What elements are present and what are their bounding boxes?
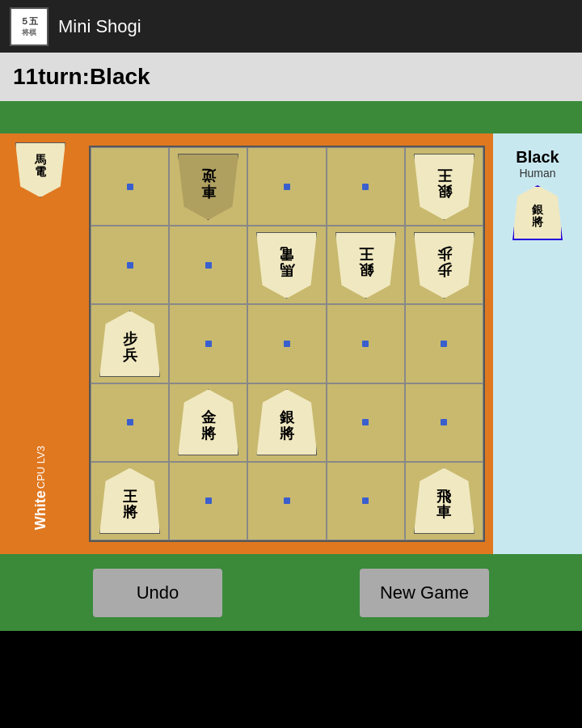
- piece-shape-2-0: 步兵: [99, 311, 160, 377]
- board-container: 車逆 銀王: [81, 133, 493, 554]
- cell-3-2[interactable]: 銀將: [247, 383, 326, 462]
- white-captured-area: 馬電 White CPU LV3: [0, 133, 81, 554]
- undo-button[interactable]: Undo: [93, 569, 222, 617]
- cell-1-0[interactable]: [91, 226, 169, 304]
- turn-label: 11turn:Black: [13, 64, 150, 90]
- black-captured-piece[interactable]: 銀將: [512, 184, 564, 241]
- black-captured-piece-shape: 銀將: [512, 185, 563, 240]
- cell-1-2[interactable]: 馬電: [247, 226, 326, 304]
- cell-dot-0-3: [362, 184, 369, 190]
- cell-1-4[interactable]: 步歩: [405, 226, 483, 304]
- cell-dot-1-1: [205, 262, 212, 269]
- white-player-type: CPU LV3: [35, 446, 47, 489]
- new-game-button[interactable]: New Game: [360, 569, 489, 617]
- piece-2-0[interactable]: 步兵: [98, 309, 162, 378]
- cell-dot-4-1: [205, 497, 212, 504]
- cell-0-4[interactable]: 銀王: [405, 147, 483, 226]
- cell-dot-0-0: [127, 184, 133, 190]
- cell-dot-2-3: [362, 341, 369, 347]
- cell-3-1[interactable]: 金將: [169, 383, 247, 462]
- cell-dot-4-3: [362, 497, 369, 504]
- piece-text-0-1: 車逆: [201, 167, 216, 199]
- status-bar: 11turn:Black: [0, 53, 582, 101]
- cell-0-3[interactable]: [327, 147, 405, 226]
- piece-text-0-4: 銀王: [436, 167, 451, 199]
- white-player-label: White CPU LV3: [32, 446, 49, 530]
- black-player-type: Human: [519, 167, 555, 180]
- white-player-name: White: [32, 490, 49, 530]
- piece-text-4-4: 飛車: [436, 489, 451, 522]
- piece-shape-1-2: 馬電: [256, 232, 317, 298]
- cell-dot-3-0: [127, 419, 133, 425]
- piece-shape-4-4: 飛車: [414, 468, 474, 534]
- cell-4-3[interactable]: [327, 462, 405, 540]
- cell-dot-3-4: [441, 419, 447, 425]
- cell-3-4[interactable]: [405, 383, 483, 462]
- cell-4-1[interactable]: [169, 462, 247, 540]
- piece-text-1-3: 銀王: [358, 245, 373, 277]
- cell-2-4[interactable]: [405, 304, 483, 383]
- cell-2-0[interactable]: 步兵: [91, 304, 169, 383]
- piece-text-1-2: 馬電: [280, 245, 294, 277]
- bottom-controls: Undo New Game: [0, 554, 582, 631]
- piece-shape-1-4: 步歩: [414, 232, 474, 298]
- piece-4-4[interactable]: 飛車: [411, 467, 476, 535]
- green-strip-top: [0, 101, 582, 133]
- piece-0-4[interactable]: 銀王: [411, 152, 476, 221]
- piece-text-3-1: 金將: [201, 410, 216, 442]
- game-area: 馬電 White CPU LV3 車逆: [0, 133, 582, 554]
- cell-1-1[interactable]: [169, 226, 247, 304]
- cell-dot-0-2: [284, 184, 290, 190]
- piece-shape-0-1: 車逆: [178, 154, 238, 220]
- piece-1-2[interactable]: 馬電: [255, 231, 319, 299]
- piece-3-2[interactable]: 銀將: [255, 388, 319, 457]
- piece-0-1[interactable]: 車逆: [176, 152, 241, 221]
- cell-dot-3-3: [362, 419, 369, 425]
- cell-4-2[interactable]: [247, 462, 326, 540]
- piece-shape-3-1: 金將: [178, 389, 238, 455]
- white-captured-piece-shape: 馬電: [15, 142, 65, 197]
- piece-shape-0-4: 銀王: [414, 154, 474, 220]
- shogi-board[interactable]: 車逆 銀王: [89, 146, 485, 542]
- piece-4-0[interactable]: 王將: [98, 467, 162, 535]
- white-captured-piece[interactable]: 馬電: [15, 142, 67, 198]
- black-player-name: Black: [516, 148, 559, 167]
- app-icon: ５五 将棋: [10, 7, 48, 46]
- piece-shape-3-2: 銀將: [256, 389, 317, 455]
- piece-shape-4-0: 王將: [99, 468, 160, 534]
- cell-dot-1-0: [127, 262, 133, 269]
- piece-text-2-0: 步兵: [123, 332, 137, 364]
- cell-2-2[interactable]: [247, 304, 326, 383]
- title-bar: ５五 将棋 Mini Shogi: [0, 0, 582, 53]
- app-title: Mini Shogi: [58, 16, 141, 37]
- white-captured-piece-text: 馬電: [35, 154, 46, 180]
- piece-3-1[interactable]: 金將: [176, 388, 241, 457]
- cell-4-0[interactable]: 王將: [91, 462, 169, 540]
- cell-2-3[interactable]: [327, 304, 405, 383]
- cell-4-4[interactable]: 飛車: [405, 462, 483, 540]
- black-captured-area: Black Human 銀將: [493, 133, 582, 554]
- cell-3-3[interactable]: [327, 383, 405, 462]
- piece-text-3-2: 銀將: [280, 410, 294, 442]
- black-captured-piece-text: 銀將: [532, 204, 543, 229]
- cell-dot-2-4: [441, 341, 447, 347]
- cell-2-1[interactable]: [169, 304, 247, 383]
- cell-1-3[interactable]: 銀王: [327, 226, 405, 304]
- cell-dot-2-2: [284, 341, 290, 347]
- cell-0-0[interactable]: [91, 147, 169, 226]
- cell-3-0[interactable]: [91, 383, 169, 462]
- piece-text-1-4: 步歩: [436, 245, 451, 277]
- cell-0-1[interactable]: 車逆: [169, 147, 247, 226]
- cell-dot-4-2: [284, 497, 290, 504]
- piece-1-3[interactable]: 銀王: [333, 231, 398, 299]
- piece-shape-1-3: 銀王: [335, 232, 396, 298]
- cell-dot-2-1: [205, 341, 212, 347]
- piece-text-4-0: 王將: [123, 489, 137, 522]
- black-player-label: Black Human: [516, 148, 559, 180]
- piece-1-4[interactable]: 步歩: [411, 231, 476, 299]
- cell-0-2[interactable]: [247, 147, 326, 226]
